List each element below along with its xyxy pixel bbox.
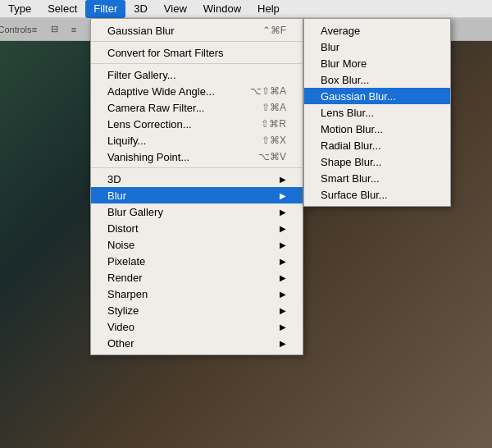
blur-submenu-item-radial-blur[interactable]: Radial Blur... xyxy=(304,137,450,153)
blur-submenu-item-box-blur[interactable]: Box Blur... xyxy=(304,71,450,88)
box-blur-label: Box Blur... xyxy=(321,74,434,86)
filter-gallery-label: Filter Gallery... xyxy=(107,69,286,81)
adaptive-wide-label: Adaptive Wide Angle... xyxy=(107,85,234,98)
blur-submenu-item-gaussian-blur[interactable]: Gaussian Blur... xyxy=(304,88,450,104)
menu-3d[interactable]: 3D xyxy=(125,0,156,18)
liquify-shortcut: ⇧⌘X xyxy=(262,135,286,146)
separator-3 xyxy=(91,167,303,168)
menu-item-convert-smart[interactable]: Convert for Smart Filters xyxy=(91,44,303,61)
align-right-icon[interactable]: ≡ xyxy=(66,21,82,38)
toolbar-controls-label: Controls xyxy=(7,21,23,38)
smart-blur-label: Smart Blur... xyxy=(321,172,434,185)
blur-only-label: Blur xyxy=(321,41,434,53)
other-label: Other xyxy=(107,337,276,350)
blur-submenu-item-lens-blur[interactable]: Lens Blur... xyxy=(304,104,450,121)
separator-2 xyxy=(91,63,303,64)
3d-label: 3D xyxy=(107,173,276,185)
sharpen-label: Sharpen xyxy=(107,288,276,300)
align-left-icon[interactable]: ≡ xyxy=(26,21,43,38)
lens-correction-shortcut: ⇧⌘R xyxy=(261,118,286,130)
3d-arrow: ▶ xyxy=(280,175,286,184)
menu-item-stylize[interactable]: Stylize ▶ xyxy=(91,302,303,318)
blur-submenu-item-average[interactable]: Average xyxy=(304,22,450,39)
menu-type[interactable]: Type xyxy=(0,0,39,18)
menu-item-blur-gallery[interactable]: Blur Gallery ▶ xyxy=(91,203,303,220)
menu-item-sharpen[interactable]: Sharpen ▶ xyxy=(91,286,303,302)
blur-more-label: Blur More xyxy=(321,57,434,70)
blur-submenu-item-shape-blur[interactable]: Shape Blur... xyxy=(304,153,450,170)
motion-blur-label: Motion Blur... xyxy=(321,123,434,135)
pixelate-arrow: ▶ xyxy=(280,257,286,266)
blur-gallery-arrow: ▶ xyxy=(280,208,286,217)
blur-submenu: Average Blur Blur More Box Blur... Gauss… xyxy=(303,18,451,207)
menu-item-pixelate[interactable]: Pixelate ▶ xyxy=(91,253,303,269)
gaussian-blur-recent-label: Gaussian Blur xyxy=(107,25,246,37)
menu-item-noise[interactable]: Noise ▶ xyxy=(91,236,303,253)
blur-submenu-item-blur[interactable]: Blur xyxy=(304,39,450,55)
blur-label: Blur xyxy=(107,190,276,202)
menu-select[interactable]: Select xyxy=(39,0,85,18)
filter-dropdown-menu: Gaussian Blur ⌃⌘F Convert for Smart Filt… xyxy=(90,18,303,355)
menu-item-lens-correction[interactable]: Lens Correction... ⇧⌘R xyxy=(91,116,303,132)
blur-submenu-item-motion-blur[interactable]: Motion Blur... xyxy=(304,121,450,137)
menu-item-render[interactable]: Render ▶ xyxy=(91,269,303,286)
distort-arrow: ▶ xyxy=(280,224,286,233)
menu-item-blur[interactable]: Blur ▶ xyxy=(91,187,303,203)
average-label: Average xyxy=(321,25,434,37)
surface-blur-label: Surface Blur... xyxy=(321,189,434,201)
lens-blur-label: Lens Blur... xyxy=(321,107,434,119)
pixelate-label: Pixelate xyxy=(107,255,276,267)
distort-label: Distort xyxy=(107,222,276,235)
camera-raw-shortcut: ⇧⌘A xyxy=(262,102,286,113)
menu-item-video[interactable]: Video ▶ xyxy=(91,318,303,335)
gaussian-blur-recent-shortcut: ⌃⌘F xyxy=(262,25,286,36)
stylize-arrow: ▶ xyxy=(280,306,286,315)
sharpen-arrow: ▶ xyxy=(280,290,286,299)
blur-arrow: ▶ xyxy=(280,191,286,200)
lens-correction-label: Lens Correction... xyxy=(107,118,244,130)
menu-item-other[interactable]: Other ▶ xyxy=(91,335,303,351)
convert-smart-label: Convert for Smart Filters xyxy=(107,47,286,59)
menu-item-filter-gallery[interactable]: Filter Gallery... xyxy=(91,66,303,83)
blur-submenu-item-smart-blur[interactable]: Smart Blur... xyxy=(304,170,450,186)
gaussian-blur-label: Gaussian Blur... xyxy=(321,90,434,103)
stylize-label: Stylize xyxy=(107,304,276,317)
align-center-icon[interactable]: ⊟ xyxy=(46,21,62,38)
menu-filter[interactable]: Filter xyxy=(85,0,125,18)
video-arrow: ▶ xyxy=(280,322,286,331)
vanishing-point-label: Vanishing Point... xyxy=(107,151,242,163)
menu-item-liquify[interactable]: Liquify... ⇧⌘X xyxy=(91,132,303,149)
video-label: Video xyxy=(107,321,276,333)
menu-item-distort[interactable]: Distort ▶ xyxy=(91,220,303,236)
menu-window[interactable]: Window xyxy=(195,0,249,18)
vanishing-point-shortcut: ⌥⌘V xyxy=(258,151,286,162)
menu-item-gaussian-blur-recent[interactable]: Gaussian Blur ⌃⌘F xyxy=(91,22,303,39)
menu-help[interactable]: Help xyxy=(249,0,288,18)
render-label: Render xyxy=(107,272,276,284)
menu-item-3d[interactable]: 3D ▶ xyxy=(91,171,303,187)
separator-1 xyxy=(91,41,303,42)
camera-raw-label: Camera Raw Filter... xyxy=(107,102,245,114)
blur-submenu-item-surface-blur[interactable]: Surface Blur... xyxy=(304,186,450,203)
noise-label: Noise xyxy=(107,239,276,251)
shape-blur-label: Shape Blur... xyxy=(321,156,434,168)
other-arrow: ▶ xyxy=(280,339,286,348)
liquify-label: Liquify... xyxy=(107,135,245,147)
menu-view[interactable]: View xyxy=(156,0,195,18)
blur-gallery-label: Blur Gallery xyxy=(107,206,276,218)
menu-item-camera-raw[interactable]: Camera Raw Filter... ⇧⌘A xyxy=(91,99,303,116)
menu-item-adaptive-wide[interactable]: Adaptive Wide Angle... ⌥⇧⌘A xyxy=(91,83,303,99)
blur-submenu-item-blur-more[interactable]: Blur More xyxy=(304,55,450,71)
render-arrow: ▶ xyxy=(280,273,286,282)
menubar: Type Select Filter 3D View Window Help xyxy=(0,0,492,18)
radial-blur-label: Radial Blur... xyxy=(321,139,434,152)
noise-arrow: ▶ xyxy=(280,240,286,249)
adaptive-wide-shortcut: ⌥⇧⌘A xyxy=(250,85,286,97)
menu-item-vanishing-point[interactable]: Vanishing Point... ⌥⌘V xyxy=(91,149,303,165)
